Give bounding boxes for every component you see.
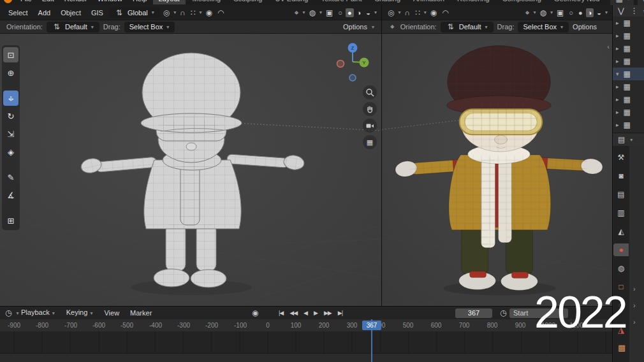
workspace-tab-texture-paint[interactable]: Texture Paint bbox=[315, 0, 367, 4]
tab-view-layer[interactable]: ▥ bbox=[613, 206, 629, 219]
proportional-editing-icon[interactable]: ◉ bbox=[204, 6, 214, 20]
menu-marker[interactable]: Marker bbox=[126, 307, 156, 319]
zoom-icon[interactable] bbox=[363, 85, 377, 99]
menu-render[interactable]: Render bbox=[60, 0, 92, 5]
scale-tool[interactable]: ⇲ bbox=[3, 126, 18, 141]
measure-tool[interactable]: ∡ bbox=[3, 187, 18, 203]
overlays-toggle-icon[interactable]: ◍ bbox=[538, 6, 548, 20]
outliner-item[interactable]: ▸▦ bbox=[613, 119, 644, 131]
workspace-tab-uv-editing[interactable]: UV Editing bbox=[269, 0, 314, 4]
workspace-tab-layout[interactable]: Layout bbox=[153, 0, 186, 4]
collapse-icon[interactable]: ▸ bbox=[616, 45, 619, 52]
falloff-icon[interactable]: ◠ bbox=[216, 6, 226, 20]
menu-add[interactable]: Add bbox=[34, 6, 55, 20]
menu-view[interactable]: View bbox=[99, 307, 124, 319]
cursor-tool[interactable]: ⊕ bbox=[3, 65, 18, 80]
tab-tool[interactable]: ⚒ bbox=[613, 151, 629, 164]
menu-gis[interactable]: GIS bbox=[87, 6, 108, 20]
viewport-right-canvas[interactable]: ‹ bbox=[382, 34, 612, 306]
orientation-dropdown[interactable]: ⇅ Default ▾ bbox=[441, 22, 494, 33]
outliner-item[interactable]: ▸▦ bbox=[613, 17, 644, 29]
tab-output[interactable]: ▤ bbox=[613, 188, 629, 201]
collapse-icon[interactable]: ▸ bbox=[616, 96, 619, 103]
region-join-handle[interactable]: ‹ bbox=[607, 43, 610, 50]
play-button[interactable]: ▶ bbox=[312, 310, 319, 316]
outliner-item[interactable]: ▸▦ bbox=[613, 80, 644, 93]
collapse-icon[interactable]: ▸ bbox=[616, 33, 619, 39]
shading-rendered-icon[interactable]: ◒ bbox=[595, 8, 603, 17]
workspace-tab-sculpting[interactable]: Sculpting bbox=[228, 0, 268, 4]
shading-wireframe-icon[interactable]: ○ bbox=[336, 8, 344, 17]
shading-material-icon[interactable]: ◑ bbox=[355, 8, 363, 17]
outliner-item-selected[interactable]: ▾▦ bbox=[613, 68, 644, 80]
use-preview-range-icon[interactable]: ◷ bbox=[498, 307, 508, 319]
xray-toggle-icon[interactable]: ▣ bbox=[324, 6, 335, 20]
snap-target-icon[interactable]: ∷ bbox=[413, 6, 422, 20]
shading-wireframe-icon[interactable]: ○ bbox=[567, 8, 575, 17]
timeline-ruler[interactable]: -900 -800 -700 -600 -500 -400 -300 -200 … bbox=[0, 319, 612, 331]
timeline-scrollbar[interactable] bbox=[0, 353, 612, 362]
snap-magnet-icon[interactable]: ∩ bbox=[403, 6, 413, 20]
outliner-item[interactable]: ▸▦ bbox=[613, 29, 644, 42]
menu-playback[interactable]: Playback ▾ bbox=[17, 306, 60, 320]
shading-rendered-icon[interactable]: ◒ bbox=[364, 8, 372, 17]
outliner-item[interactable]: ▸▦ bbox=[613, 55, 644, 68]
workspace-tab-animation[interactable]: Animation bbox=[407, 0, 450, 4]
timeline-track-area[interactable] bbox=[0, 331, 612, 353]
navigation-gizmo[interactable]: Z Y bbox=[332, 41, 373, 82]
menu-object[interactable]: Object bbox=[56, 6, 85, 20]
axis-z-negative-icon[interactable] bbox=[349, 75, 356, 81]
playhead-frame-badge[interactable]: 367 bbox=[362, 321, 381, 330]
menu-select[interactable]: Select bbox=[4, 6, 33, 20]
panel-expand-icon[interactable]: › bbox=[633, 285, 636, 293]
falloff-icon[interactable]: ◠ bbox=[440, 6, 450, 20]
shading-solid-icon[interactable]: ● bbox=[346, 8, 354, 17]
pivot-point-icon[interactable]: ◎ bbox=[161, 6, 172, 20]
jump-to-end-button[interactable]: ▶| bbox=[336, 310, 344, 316]
gizmos-toggle-icon[interactable]: ⌖ bbox=[293, 6, 301, 20]
play-reverse-button[interactable]: ◀ bbox=[302, 310, 309, 316]
workspace-tab-rendering[interactable]: Rendering bbox=[451, 0, 495, 4]
tab-scene[interactable]: ◭ bbox=[613, 225, 629, 238]
expand-icon[interactable]: ▾ bbox=[616, 71, 619, 77]
rotate-tool[interactable]: ↻ bbox=[3, 108, 18, 124]
options-button[interactable]: Options bbox=[343, 23, 367, 31]
menu-file[interactable]: File bbox=[16, 0, 36, 5]
collapse-icon[interactable]: ▸ bbox=[616, 20, 619, 26]
shading-material-icon[interactable]: ◑ bbox=[586, 8, 594, 17]
proportional-editing-icon[interactable]: ◉ bbox=[428, 6, 439, 20]
outliner-item[interactable]: ▸▦ bbox=[613, 93, 644, 106]
previous-keyframe-button[interactable]: ◀◀ bbox=[288, 310, 299, 316]
auto-keying-button[interactable]: ◉ bbox=[250, 307, 260, 319]
tab-render[interactable]: ◙ bbox=[613, 170, 629, 182]
current-frame-field[interactable]: 367 bbox=[455, 307, 492, 319]
menu-edit[interactable]: Edit bbox=[38, 0, 59, 5]
transform-orientation-dropdown[interactable]: ⇅ Global ▾ bbox=[109, 7, 160, 18]
camera-view-icon[interactable] bbox=[363, 119, 377, 133]
overlays-toggle-icon[interactable]: ◍ bbox=[307, 6, 318, 20]
workspace-tab-compositing[interactable]: Compositing bbox=[497, 0, 547, 4]
gizmos-toggle-icon[interactable]: ⌖ bbox=[523, 6, 532, 20]
editor-type-icon[interactable]: ▤ bbox=[616, 133, 627, 147]
panel-expand-icon[interactable]: › bbox=[633, 301, 636, 309]
select-box-tool[interactable]: ⊡ bbox=[3, 47, 18, 62]
options-button[interactable]: Options bbox=[573, 23, 597, 31]
axis-x-negative-icon[interactable] bbox=[337, 61, 344, 68]
drag-dropdown[interactable]: Select Box ▾ bbox=[518, 22, 569, 33]
blender-logo-icon[interactable] bbox=[4, 0, 12, 3]
xray-toggle-icon[interactable]: ▣ bbox=[555, 6, 566, 20]
menu-help[interactable]: Help bbox=[128, 0, 152, 5]
orientation-dropdown[interactable]: ⇅ Default ▾ bbox=[47, 22, 99, 33]
workspace-tab-shading[interactable]: Shading bbox=[369, 0, 406, 4]
checker-texture-icon[interactable]: ▩ bbox=[618, 343, 626, 352]
collapse-icon[interactable]: ▸ bbox=[616, 109, 619, 115]
panel-expand-icon[interactable]: › bbox=[633, 318, 636, 326]
next-keyframe-button[interactable]: ▶▶ bbox=[322, 310, 333, 316]
collapse-icon[interactable]: ▸ bbox=[616, 58, 619, 64]
jump-to-start-button[interactable]: |◀ bbox=[277, 310, 285, 316]
pan-hand-icon[interactable] bbox=[363, 102, 377, 116]
drag-dropdown[interactable]: Select Box ▾ bbox=[124, 22, 175, 33]
tab-world[interactable]: ◍ bbox=[613, 262, 629, 275]
menu-keying[interactable]: Keying ▾ bbox=[62, 306, 98, 320]
outliner-item[interactable]: ▸▦ bbox=[613, 106, 644, 119]
